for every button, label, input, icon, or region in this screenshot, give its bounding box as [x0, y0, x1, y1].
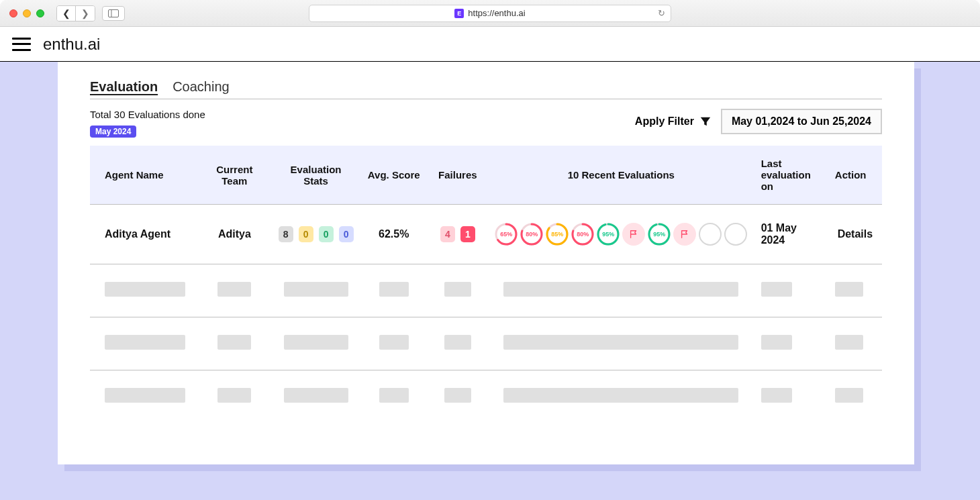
favicon-icon: E — [454, 9, 464, 18]
month-badge: May 2024 — [90, 126, 136, 138]
agents-table: Agent Name Current Team Evaluation Stats… — [90, 146, 882, 423]
brand-name: enthu.ai — [43, 35, 100, 54]
details-link[interactable]: Details — [828, 205, 882, 264]
stat-pill-gray: 8 — [279, 226, 293, 242]
app-header: enthu.ai — [0, 27, 980, 62]
cell-avg-score: 62.5% — [360, 205, 428, 264]
eval-flag-icon — [673, 223, 696, 246]
browser-titlebar: ❮ ❯ E https://enthu.ai ↻ — [0, 0, 980, 27]
col-eval-stats: Evaluation Stats — [271, 146, 360, 205]
hamburger-menu-button[interactable] — [12, 38, 31, 51]
placeholder-bar — [379, 388, 409, 403]
url-text: https://enthu.ai — [468, 8, 525, 18]
placeholder-bar — [835, 282, 863, 297]
failure-pill-light: 4 — [440, 226, 455, 242]
placeholder-bar — [105, 282, 185, 297]
col-failures: Failures — [428, 146, 488, 205]
apply-filter-label: Apply Filter — [635, 115, 694, 128]
content-canvas: Evaluation Coaching Total 30 Evaluations… — [0, 62, 980, 500]
table-row-placeholder — [90, 264, 882, 317]
browser-window: ❮ ❯ E https://enthu.ai ↻ enthu.ai Evalua… — [0, 0, 980, 500]
eval-ring-empty — [724, 223, 747, 246]
minimize-window-button[interactable] — [23, 9, 31, 17]
failure-pill-solid: 1 — [460, 226, 475, 242]
eval-ring-empty — [699, 223, 722, 246]
placeholder-bar — [444, 282, 471, 297]
reload-icon[interactable]: ↻ — [658, 8, 665, 18]
placeholder-bar — [835, 335, 863, 350]
tab-coaching[interactable]: Coaching — [173, 79, 230, 95]
tabs-bar: Evaluation Coaching — [90, 79, 882, 99]
eval-ring[interactable]: 85% — [546, 223, 569, 246]
svg-rect-0 — [109, 9, 119, 17]
window-controls — [9, 9, 44, 17]
cell-last-eval: 01 May 2024 — [754, 205, 828, 264]
cell-eval-stats: 8 0 0 0 — [271, 205, 360, 264]
table-row: Aditya Agent Aditya 8 0 0 0 62.5% — [90, 205, 882, 264]
eval-ring[interactable]: 80% — [520, 223, 543, 246]
col-current-team: Current Team — [197, 146, 271, 205]
cell-team: Aditya — [197, 205, 271, 264]
stat-pill-green: 0 — [319, 226, 334, 242]
placeholder-bar — [217, 388, 251, 403]
placeholder-bar — [217, 282, 251, 297]
evaluation-panel: Evaluation Coaching Total 30 Evaluations… — [58, 62, 914, 464]
back-button[interactable]: ❮ — [57, 6, 76, 21]
apply-filter-button[interactable]: Apply Filter — [635, 115, 712, 128]
eval-flag-icon — [622, 223, 645, 246]
placeholder-bar — [284, 388, 348, 403]
total-evaluations-text: Total 30 Evaluations done — [90, 109, 205, 120]
col-agent-name: Agent Name — [90, 146, 197, 205]
stat-pill-blue: 0 — [339, 226, 354, 242]
address-bar[interactable]: E https://enthu.ai ↻ — [309, 5, 671, 22]
placeholder-bar — [444, 388, 471, 403]
col-action: Action — [828, 146, 882, 205]
eval-ring[interactable]: 95% — [597, 223, 620, 246]
table-header-row: Agent Name Current Team Evaluation Stats… — [90, 146, 882, 205]
col-recent-evals: 10 Recent Evaluations — [488, 146, 754, 205]
summary-bar: Total 30 Evaluations done May 2024 Apply… — [90, 109, 882, 138]
placeholder-bar — [105, 388, 185, 403]
placeholder-bar — [503, 282, 738, 297]
funnel-icon — [699, 115, 712, 128]
placeholder-bar — [503, 388, 738, 403]
eval-ring[interactable]: 80% — [571, 223, 594, 246]
placeholder-bar — [284, 282, 348, 297]
placeholder-bar — [761, 388, 792, 403]
placeholder-bar — [105, 335, 185, 350]
forward-button[interactable]: ❯ — [76, 6, 95, 21]
placeholder-bar — [835, 388, 863, 403]
placeholder-bar — [217, 335, 251, 350]
placeholder-bar — [761, 335, 792, 350]
table-row-placeholder — [90, 370, 882, 423]
sidebar-toggle-button[interactable] — [102, 6, 125, 21]
placeholder-bar — [284, 335, 348, 350]
placeholder-bar — [444, 335, 471, 350]
tab-evaluation[interactable]: Evaluation — [90, 79, 158, 95]
placeholder-bar — [379, 335, 409, 350]
cell-failures: 4 1 — [428, 205, 488, 264]
nav-arrows: ❮ ❯ — [56, 5, 95, 21]
cell-recent-evals: 65% 80% 85% 80% 95% 95% — [488, 205, 754, 264]
cell-agent-name: Aditya Agent — [90, 205, 197, 264]
col-avg-score: Avg. Score — [360, 146, 428, 205]
eval-ring[interactable]: 95% — [648, 223, 671, 246]
close-window-button[interactable] — [9, 9, 17, 17]
placeholder-bar — [503, 335, 738, 350]
col-last-eval: Last evaluation on — [754, 146, 828, 205]
date-range-display[interactable]: May 01,2024 to Jun 25,2024 — [721, 109, 882, 134]
eval-ring[interactable]: 65% — [495, 223, 518, 246]
placeholder-bar — [379, 282, 409, 297]
stat-pill-yellow: 0 — [299, 226, 313, 242]
placeholder-bar — [761, 282, 792, 297]
fullscreen-window-button[interactable] — [36, 9, 44, 17]
table-row-placeholder — [90, 317, 882, 370]
